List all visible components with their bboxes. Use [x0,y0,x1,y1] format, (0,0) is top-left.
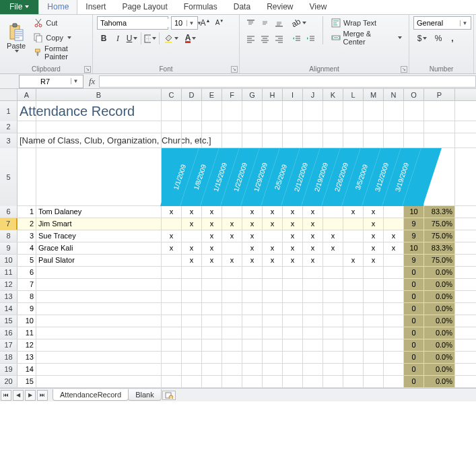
attendance-cell[interactable]: x [242,218,263,230]
cell[interactable] [242,133,263,148]
attendance-cell[interactable] [202,279,222,290]
cell[interactable] [222,133,242,148]
sheet-nav-last[interactable]: ⏭ [37,390,48,401]
pct-cell[interactable]: 0.0% [424,376,455,387]
pct-cell[interactable]: 0.0% [424,267,455,278]
row-header-9[interactable]: 9 [0,242,18,254]
attendance-cell[interactable] [384,218,404,230]
attendance-cell[interactable] [364,339,384,351]
cell[interactable] [242,121,263,133]
attendance-cell[interactable] [283,279,303,290]
attendance-cell[interactable] [364,315,384,327]
attendance-cell[interactable] [242,279,263,290]
attendance-cell[interactable]: x [343,206,364,218]
attendance-cell[interactable] [222,242,242,254]
attendance-cell[interactable] [242,352,263,363]
attendance-cell[interactable]: x [182,218,202,230]
attendance-cell[interactable] [162,279,182,290]
attendance-cell[interactable] [384,279,404,290]
cell[interactable] [323,121,343,133]
attendance-cell[interactable] [343,291,364,302]
attendance-cell[interactable]: x [364,206,384,218]
attendance-cell[interactable] [343,376,364,387]
attendance-cell[interactable] [182,364,202,375]
attendance-cell[interactable] [364,352,384,363]
cell[interactable] [323,133,343,148]
row-header-1[interactable]: 1 [0,101,18,121]
attendance-cell[interactable] [323,267,343,278]
attendance-cell[interactable]: x [364,218,384,230]
cell[interactable] [384,101,404,121]
underline-button[interactable]: U [125,32,139,45]
new-sheet-button[interactable] [162,391,176,400]
pct-cell[interactable]: 0.0% [424,279,455,290]
column-header-G[interactable]: G [242,89,263,100]
attendance-cell[interactable] [182,376,202,387]
attendance-cell[interactable] [364,291,384,302]
attendance-cell[interactable] [242,376,263,387]
count-cell[interactable]: 0 [404,327,424,339]
cell-title[interactable]: Attendance Record [18,101,36,121]
attendance-cell[interactable] [222,267,242,278]
align-left-button[interactable] [244,32,257,45]
name-cell[interactable] [36,315,162,327]
cell[interactable] [303,133,323,148]
pct-cell[interactable]: 83.3% [424,242,455,254]
attendance-cell[interactable] [343,315,364,327]
attendance-cell[interactable]: x [303,242,323,254]
column-header-A[interactable]: A [18,89,36,100]
cell[interactable] [263,101,283,121]
cell[interactable] [424,101,455,121]
row-number[interactable]: 13 [18,352,36,363]
count-cell[interactable]: 0 [404,303,424,315]
row-number[interactable]: 1 [18,206,36,218]
attendance-cell[interactable] [364,303,384,315]
attendance-cell[interactable]: x [323,242,343,254]
row-number[interactable]: 2 [18,218,36,230]
attendance-cell[interactable] [384,315,404,327]
attendance-cell[interactable]: x [202,255,222,266]
pct-cell[interactable]: 0.0% [424,327,455,339]
attendance-cell[interactable]: x [263,242,283,254]
count-cell[interactable]: 0 [404,376,424,387]
attendance-cell[interactable] [323,279,343,290]
attendance-cell[interactable] [263,339,283,351]
attendance-cell[interactable] [323,339,343,351]
attendance-cell[interactable] [202,352,222,363]
accounting-format-button[interactable]: $ [413,32,431,45]
cell[interactable] [36,121,162,133]
attendance-cell[interactable] [222,364,242,375]
attendance-cell[interactable]: x [242,230,263,242]
cell[interactable] [364,121,384,133]
name-cell[interactable] [36,352,162,363]
column-header-E[interactable]: E [202,89,222,100]
fx-icon[interactable]: fx [89,76,95,87]
attendance-cell[interactable] [364,364,384,375]
attendance-cell[interactable] [323,303,343,315]
name-cell[interactable] [36,279,162,290]
attendance-cell[interactable] [263,279,283,290]
attendance-cell[interactable]: x [162,206,182,218]
attendance-cell[interactable] [283,376,303,387]
spreadsheet-grid[interactable]: ABCDEFGHIJKLMNOP 1Attendance Record23[Na… [0,89,476,388]
attendance-cell[interactable] [242,291,263,302]
attendance-cell[interactable] [263,352,283,363]
count-cell[interactable]: 0 [404,339,424,351]
attendance-cell[interactable]: x [283,242,303,254]
count-cell[interactable]: 9 [404,230,424,242]
name-cell[interactable] [36,267,162,278]
count-cell[interactable]: 9 [404,218,424,230]
cell[interactable] [384,121,404,133]
cell[interactable] [222,121,242,133]
attendance-cell[interactable] [343,230,364,242]
attendance-cell[interactable] [343,279,364,290]
attendance-cell[interactable] [222,303,242,315]
comma-format-button[interactable]: , [446,32,459,45]
attendance-cell[interactable] [283,291,303,302]
attendance-cell[interactable]: x [242,255,263,266]
attendance-cell[interactable] [263,327,283,339]
attendance-cell[interactable] [323,218,343,230]
fill-color-button[interactable] [162,32,180,45]
cell[interactable] [263,133,283,148]
increase-indent-button[interactable] [304,32,317,45]
